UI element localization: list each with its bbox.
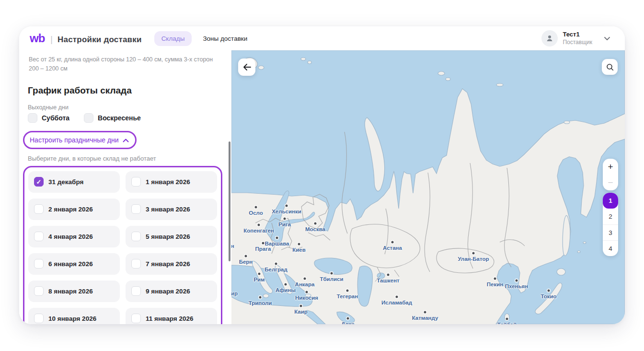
holiday-date-item-1[interactable]: 1 января 2026 [126, 171, 217, 193]
holiday-toggle-label: Настроить праздничные дни [30, 136, 119, 144]
page-title: Настройки доставки [58, 35, 142, 45]
holiday-date-item-10[interactable]: 10 января 2026 [28, 308, 120, 324]
zoom-out-button[interactable]: − [603, 175, 618, 190]
holiday-date-label: 2 января 2026 [48, 206, 93, 213]
checkbox-checked-icon[interactable]: ✓ [34, 177, 44, 187]
panel-scrollbar[interactable] [229, 141, 230, 261]
holiday-date-label: 11 января 2026 [146, 315, 193, 322]
wb-logo: wb [30, 32, 45, 45]
holiday-date-label: 10 января 2026 [48, 315, 96, 322]
checkbox-icon[interactable] [131, 286, 141, 296]
header: wb | Настройки доставки Склады Зоны дост… [19, 26, 625, 50]
holiday-grid: ✓31 декабря1 января 20262 января 20263 я… [28, 171, 217, 324]
checkbox-icon[interactable] [28, 113, 37, 123]
map-page-selector: 1234 [603, 193, 618, 256]
map-page-4[interactable]: 4 [603, 240, 618, 256]
holiday-date-item-8[interactable]: 8 января 2026 [28, 281, 120, 302]
holiday-date-item-7[interactable]: 7 января 2026 [126, 253, 217, 275]
avatar [541, 30, 558, 47]
checkbox-icon[interactable] [34, 232, 44, 241]
holiday-date-item-9[interactable]: 9 января 2026 [126, 281, 217, 302]
holiday-date-label: 31 декабря [48, 178, 83, 186]
checkbox-icon[interactable] [34, 286, 44, 296]
arrow-left-icon [243, 64, 251, 70]
checkbox-icon[interactable] [131, 259, 141, 269]
weekend-day-label: Воскресенье [98, 114, 141, 122]
weekend-checkbox-0[interactable]: Суббота [28, 113, 69, 123]
holiday-toggle-button[interactable]: Настроить праздничные дни [23, 131, 137, 149]
weekend-checkbox-1[interactable]: Воскресенье [84, 113, 141, 123]
chevron-down-icon [604, 34, 610, 43]
user-menu[interactable]: Тест1 Поставщик [541, 26, 610, 50]
holiday-date-item-3[interactable]: 3 января 2026 [126, 199, 217, 220]
delivery-settings-window: wb | Настройки доставки Склады Зоны дост… [19, 26, 625, 324]
zoom-control: + − [603, 159, 618, 190]
zoom-in-button[interactable]: + [603, 159, 618, 175]
checkbox-icon[interactable] [131, 314, 141, 323]
holiday-date-item-0[interactable]: ✓31 декабря [28, 171, 120, 193]
holiday-date-label: 6 января 2026 [48, 260, 93, 268]
weekend-checkbox-group: СубботаВоскресенье [28, 113, 222, 123]
brand: wb | Настройки доставки [30, 32, 142, 45]
holiday-date-label: 9 января 2026 [146, 288, 190, 295]
holiday-date-label: 7 января 2026 [146, 260, 190, 268]
weekend-day-label: Суббота [42, 114, 69, 122]
map-page-3[interactable]: 3 [603, 224, 618, 240]
map-artwork [231, 50, 625, 324]
person-icon [545, 34, 554, 43]
tab-delivery-zones[interactable]: Зоны доставки [196, 31, 254, 46]
header-tabs: Склады Зоны доставки [154, 31, 255, 46]
logo-divider: | [50, 35, 53, 45]
tab-warehouses[interactable]: Склады [154, 31, 192, 46]
checkbox-icon[interactable] [84, 113, 93, 123]
holiday-date-item-5[interactable]: 5 января 2026 [126, 226, 217, 247]
select-days-hint: Выберите дни, в которые склад не работае… [28, 155, 222, 162]
checkbox-icon[interactable] [34, 259, 44, 269]
holiday-date-item-6[interactable]: 6 января 2026 [28, 253, 120, 275]
checkbox-icon[interactable] [34, 204, 44, 214]
holiday-date-label: 5 января 2026 [146, 233, 190, 240]
map-page-1[interactable]: 1 [603, 193, 618, 209]
checkbox-icon[interactable] [34, 314, 44, 323]
back-button[interactable] [238, 58, 255, 76]
holiday-date-item-11[interactable]: 11 января 2026 [126, 308, 217, 324]
holiday-date-label: 4 января 2026 [48, 233, 93, 240]
search-button[interactable] [602, 59, 618, 75]
checkbox-icon[interactable] [131, 232, 141, 241]
search-icon [606, 63, 614, 71]
holiday-date-item-2[interactable]: 2 января 2026 [28, 199, 120, 220]
checkbox-icon[interactable] [131, 177, 141, 187]
map-canvas[interactable]: ЛондонОслоХельсинкиРигаКопенгагенМоскваВ… [231, 50, 625, 324]
schedule-title: График работы склада [28, 85, 222, 96]
holiday-date-label: 8 января 2026 [48, 288, 93, 295]
holiday-date-label: 3 января 2026 [146, 206, 190, 213]
user-name: Тест1 [563, 31, 592, 38]
dimensions-note: Вес от 25 кг, длина одной стороны 120 – … [29, 55, 217, 74]
map-page-2[interactable]: 2 [603, 209, 618, 224]
holiday-days-box: ✓31 декабря1 января 20262 января 20263 я… [23, 166, 222, 324]
checkbox-icon[interactable] [131, 204, 141, 214]
holiday-date-item-4[interactable]: 4 января 2026 [28, 226, 120, 247]
weekend-label: Выходные дни [28, 104, 222, 111]
holiday-date-label: 1 января 2026 [146, 178, 190, 186]
warehouse-settings-panel: Вес от 25 кг, длина одной стороны 120 – … [19, 50, 231, 324]
user-role: Поставщик [563, 39, 592, 46]
chevron-up-icon [123, 136, 129, 144]
